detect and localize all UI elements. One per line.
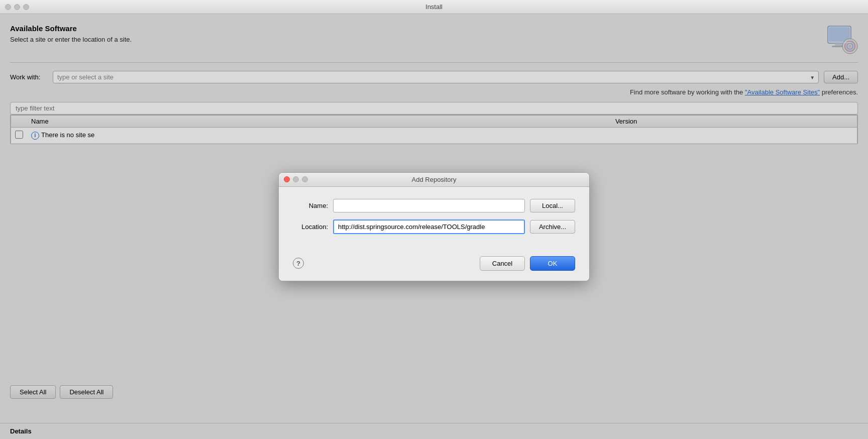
maximize-button[interactable] bbox=[23, 4, 29, 10]
main-window: Available Software Select a site or ente… bbox=[0, 14, 868, 439]
dialog-body: Name: Local... Location: Archive... bbox=[279, 187, 589, 251]
local-button[interactable]: Local... bbox=[530, 199, 575, 212]
location-label: Location: bbox=[293, 223, 328, 231]
dialog-minimize-button[interactable] bbox=[293, 176, 299, 182]
traffic-lights bbox=[5, 4, 29, 10]
dialog-maximize-button[interactable] bbox=[302, 176, 308, 182]
cancel-button[interactable]: Cancel bbox=[480, 256, 525, 271]
dialog-footer: ? Cancel OK bbox=[279, 251, 589, 281]
location-field-row: Location: Archive... bbox=[293, 220, 575, 234]
help-icon[interactable]: ? bbox=[293, 258, 304, 269]
archive-button[interactable]: Archive... bbox=[530, 220, 575, 234]
minimize-button[interactable] bbox=[14, 4, 20, 10]
name-input[interactable] bbox=[333, 199, 525, 212]
title-bar: Install bbox=[0, 0, 868, 14]
window-title: Install bbox=[425, 3, 443, 11]
dialog-help: ? bbox=[293, 258, 304, 269]
name-label: Name: bbox=[293, 202, 328, 209]
dialog-close-button[interactable] bbox=[284, 176, 290, 182]
location-input[interactable] bbox=[333, 220, 525, 234]
dialog-title-bar: Add Repository bbox=[279, 173, 589, 187]
close-button[interactable] bbox=[5, 4, 11, 10]
add-repository-dialog: Add Repository Name: Local... Location: … bbox=[278, 172, 590, 281]
dialog-title: Add Repository bbox=[412, 176, 457, 183]
name-field-row: Name: Local... bbox=[293, 199, 575, 212]
dialog-traffic-lights bbox=[284, 176, 308, 182]
ok-button[interactable]: OK bbox=[530, 256, 575, 271]
modal-overlay: Add Repository Name: Local... Location: … bbox=[0, 14, 868, 439]
